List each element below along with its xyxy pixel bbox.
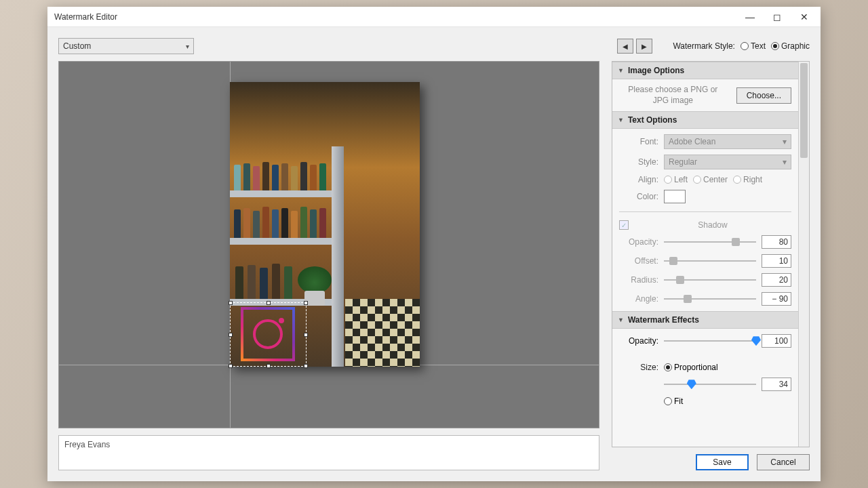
size-label: Size: xyxy=(619,363,658,372)
opacity-value[interactable]: 100 xyxy=(762,334,791,348)
watermark-style-row: Watermark Style: Text Graphic xyxy=(673,41,810,51)
shadow-radius-value: 20 xyxy=(762,273,791,287)
radio-icon xyxy=(733,176,741,184)
align-right-radio: Right xyxy=(733,175,762,184)
watermark-text-input[interactable]: Freya Evans xyxy=(58,435,599,470)
watermark-style-label: Watermark Style: xyxy=(673,41,735,51)
preset-select[interactable]: Custom ▾ xyxy=(58,38,194,54)
chevron-down-icon: ▾ xyxy=(186,43,189,50)
shadow-checkbox: ✓ xyxy=(619,220,629,230)
style-text-radio[interactable]: Text xyxy=(741,41,766,51)
align-label: Align: xyxy=(619,175,658,184)
color-label: Color: xyxy=(619,192,658,201)
text-options-header[interactable]: ▼ Text Options xyxy=(612,111,798,129)
window-title: Watermark Editor xyxy=(54,12,117,22)
font-label: Font: xyxy=(619,137,658,146)
size-proportional-radio[interactable]: Proportional xyxy=(664,363,718,372)
scrollbar-thumb[interactable] xyxy=(800,63,808,158)
radio-icon xyxy=(771,42,779,50)
resize-handle[interactable] xyxy=(267,364,271,368)
disclosure-triangle-icon: ▼ xyxy=(618,67,624,74)
font-select: Adobe Clean▾ xyxy=(664,134,791,149)
shadow-angle-slider xyxy=(664,293,756,304)
align-left-radio: Left xyxy=(664,175,688,184)
prev-image-button[interactable]: ◀ xyxy=(617,39,633,54)
radio-icon xyxy=(693,176,701,184)
disclosure-triangle-icon: ▼ xyxy=(618,317,624,323)
shadow-label: Shadow xyxy=(634,220,791,230)
radio-icon xyxy=(664,363,672,371)
close-button[interactable]: ✕ xyxy=(791,7,818,26)
align-center-radio: Center xyxy=(693,175,728,184)
cancel-button[interactable]: Cancel xyxy=(757,454,810,470)
shadow-opacity-label: Opacity: xyxy=(619,237,658,247)
style-graphic-radio[interactable]: Graphic xyxy=(771,41,810,51)
shadow-opacity-slider xyxy=(664,237,756,247)
shadow-angle-value: − 90 xyxy=(762,292,791,306)
watermark-editor-window: Watermark Editor — ◻ ✕ Custom ▾ ◀ ▶ Wate… xyxy=(47,7,821,481)
minimize-button[interactable]: — xyxy=(736,7,764,26)
disclosure-triangle-icon: ▼ xyxy=(618,117,624,123)
titlebar: Watermark Editor — ◻ ✕ xyxy=(47,7,821,27)
shadow-radius-slider xyxy=(664,274,756,285)
choose-image-button[interactable]: Choose... xyxy=(736,87,791,104)
chevron-down-icon: ▾ xyxy=(783,157,787,167)
size-fit-radio[interactable]: Fit xyxy=(664,396,683,406)
resize-handle[interactable] xyxy=(304,333,308,337)
style-label: Style: xyxy=(619,157,658,167)
image-options-header[interactable]: ▼ Image Options xyxy=(612,62,798,79)
radio-icon xyxy=(741,42,749,50)
choose-image-hint: Please choose a PNG or JPG image xyxy=(619,85,727,106)
shadow-opacity-value: 80 xyxy=(762,235,791,249)
resize-handle[interactable] xyxy=(229,333,233,337)
preset-value: Custom xyxy=(63,41,91,51)
resize-handle[interactable] xyxy=(229,364,233,368)
shadow-offset-label: Offset: xyxy=(619,256,658,266)
shadow-offset-value: 10 xyxy=(762,254,791,268)
right-panel: ▼ Image Options Please choose a PNG or J… xyxy=(612,61,810,470)
color-swatch xyxy=(664,190,686,203)
radio-icon xyxy=(664,176,672,184)
save-button[interactable]: Save xyxy=(696,454,749,470)
resize-handle[interactable] xyxy=(267,301,271,305)
opacity-label: Opacity: xyxy=(619,336,658,346)
shadow-offset-slider xyxy=(664,256,756,266)
scrollbar[interactable] xyxy=(798,62,809,447)
opacity-slider[interactable] xyxy=(664,336,756,346)
instagram-icon[interactable] xyxy=(241,307,295,361)
chevron-down-icon: ▾ xyxy=(783,137,787,146)
shadow-angle-label: Angle: xyxy=(619,294,658,304)
resize-handle[interactable] xyxy=(229,301,233,305)
main-row: Freya Evans ▼ Image Options Please choos… xyxy=(58,61,810,470)
next-image-button[interactable]: ▶ xyxy=(636,39,652,54)
size-slider[interactable] xyxy=(664,379,756,390)
fontstyle-select: Regular▾ xyxy=(664,155,791,169)
left-column: Freya Evans xyxy=(58,61,599,470)
watermark-effects-header[interactable]: ▼ Watermark Effects xyxy=(612,311,798,329)
maximize-button[interactable]: ◻ xyxy=(764,7,791,26)
dialog-footer: Save Cancel xyxy=(612,447,810,470)
resize-handle[interactable] xyxy=(304,364,308,368)
top-row: Custom ▾ ◀ ▶ Watermark Style: Text Graph… xyxy=(58,38,810,54)
preview-canvas[interactable] xyxy=(58,61,599,428)
radio-icon xyxy=(664,397,672,405)
content-area: Custom ▾ ◀ ▶ Watermark Style: Text Graph… xyxy=(47,27,821,481)
resize-handle[interactable] xyxy=(304,301,308,305)
size-value[interactable]: 34 xyxy=(762,378,791,391)
shadow-radius-label: Radius: xyxy=(619,275,658,285)
